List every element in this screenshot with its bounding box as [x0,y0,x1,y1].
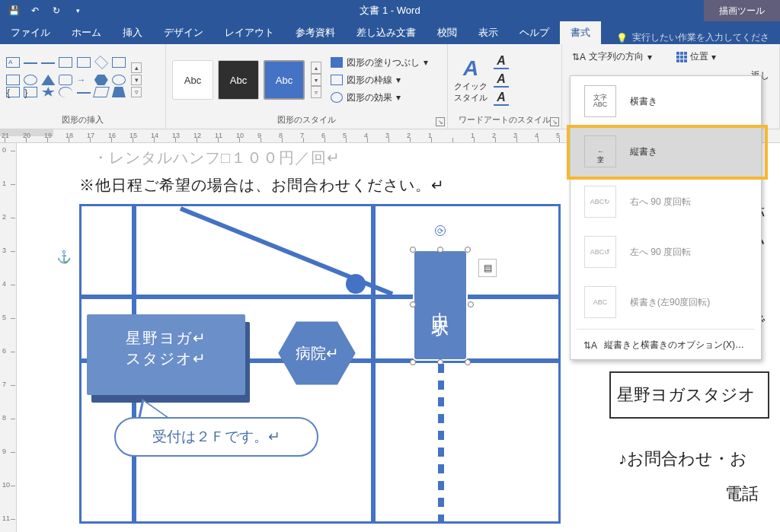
tel-text: 電話 [725,483,759,505]
shape-tri-icon[interactable] [41,75,55,85]
circle-marker-shape[interactable] [346,274,366,294]
body-text-line2: ※他日程ご希望の場合は、お問合わせください。↵ [79,175,445,196]
shapes-scroll[interactable]: ▴ ▾ ▿ [131,62,142,97]
text-box-studio-name[interactable]: 星野ヨガスタジオ [609,371,769,419]
shape-outline-button[interactable]: 図形の枠線 ▾ [331,74,428,87]
shape-parallelogram-icon[interactable] [93,87,110,97]
selection-handle[interactable] [465,247,471,253]
style-thumb-2[interactable]: Abc [218,60,259,100]
redo-icon[interactable]: ↻ [47,2,66,19]
tell-me-box[interactable]: 実行したい作業を入力してくださ [609,31,777,44]
gallery-more-icon[interactable]: ▿ [311,86,321,98]
tab-review[interactable]: 校閲 [427,21,468,44]
shapes-gallery[interactable]: A { } [6,57,128,103]
rot-left-icon: ABC↺ [584,236,616,268]
tab-layout[interactable]: レイアウト [214,21,285,44]
dashed-road-shape[interactable] [438,364,444,524]
selection-handle[interactable] [410,301,416,307]
menu-item-options[interactable]: ⇅A 縦書きと横書きのオプション(X)… [571,331,761,359]
shape-donut-icon[interactable] [112,75,126,85]
bulb-icon [616,33,628,43]
shape-ellipse-icon[interactable] [24,75,37,85]
shape-callout-icon[interactable] [112,57,126,68]
wordart-a-icon: A [463,56,478,81]
menu-separator [577,329,755,330]
text-outline-icon[interactable]: A [494,72,509,88]
style-gallery-scroll[interactable]: ▴ ▾ ▿ [311,62,321,98]
menu-item-vertical[interactable]: 文字↓ 縦書き [571,126,761,177]
text-direction-button[interactable]: ⇅A 文字列の方向 ▾ [568,49,657,65]
quick-access-toolbar: 💾 ↶ ↻ ▾ [0,2,91,19]
rotate-handle-icon[interactable]: ⟳ [435,225,446,236]
menu-item-rotate-right[interactable]: ABC↻ 右へ 90 度回転 [571,177,761,227]
shape-style-gallery[interactable]: Abc Abc Abc ▴ ▾ ▿ [172,60,321,100]
shape-hex-icon[interactable] [94,75,108,85]
tab-help[interactable]: ヘルプ [509,21,560,44]
style-thumb-1[interactable]: Abc [172,60,213,100]
shape-rrect-icon[interactable] [59,75,72,85]
vertical-ruler[interactable]: 01234567891011 [0,143,17,532]
shape-star-icon[interactable] [41,87,55,97]
tab-view[interactable]: 表示 [468,21,509,44]
group-insert-shapes: A { } [0,44,166,129]
layout-options-icon[interactable]: ▤ [478,259,497,277]
selection-handle[interactable] [468,301,474,307]
qat-more-icon[interactable]: ▾ [69,2,87,19]
tab-mailings[interactable]: 差し込み文書 [346,21,427,44]
gallery-up-icon[interactable]: ▴ [311,62,321,74]
callout-shape[interactable]: 受付は２Ｆです。↵ [114,417,318,457]
gallery-more-icon[interactable]: ▿ [131,87,142,97]
tab-file[interactable]: ファイル [0,21,61,44]
shape-curve-icon[interactable] [77,92,91,103]
shape-brace2-icon[interactable]: } [24,87,37,97]
anchor-icon: ⚓ [56,250,72,264]
studio-shape[interactable]: 星野ヨガ↵ スタジオ↵ [87,314,245,395]
tab-home[interactable]: ホーム [61,21,112,44]
effects-icon [331,92,343,103]
selection-handle[interactable] [410,247,416,253]
tab-design[interactable]: デザイン [153,21,214,44]
gallery-down-icon[interactable]: ▾ [311,74,321,86]
shape-arc-icon[interactable] [59,87,72,97]
shape-l-connector-icon[interactable] [59,57,72,68]
fill-icon [331,57,343,68]
style-thumb-3[interactable]: Abc [264,60,305,100]
shape-arrow-icon[interactable] [77,75,91,85]
selection-handle[interactable] [410,359,416,365]
shape-line2-icon[interactable] [41,62,55,73]
quick-styles-button[interactable]: A クイック スタイル [454,56,488,104]
selection-handle[interactable] [437,247,443,253]
station-shape-selected[interactable]: 中央駅 [413,250,468,361]
menu-item-rotate-left[interactable]: ABC↺ 左へ 90 度回転 [571,227,761,277]
shape-rect-icon[interactable] [6,75,20,85]
group-label-styles: 図形のスタイル [172,113,441,127]
gallery-up-icon[interactable]: ▴ [131,62,142,73]
dialog-launcher-icon[interactable]: ↘ [550,117,559,126]
road-vertical-2 [371,206,376,521]
shape-effects-button[interactable]: 図形の効果 ▾ [331,91,428,104]
shape-brace-icon[interactable]: { [6,87,20,97]
tell-me-label: 実行したい作業を入力してくださ [632,31,769,44]
gallery-down-icon[interactable]: ▾ [131,75,142,85]
undo-icon[interactable]: ↶ [26,2,44,19]
shape-fill-button[interactable]: 図形の塗りつぶし ▾ [331,56,428,69]
save-icon[interactable]: 💾 [5,2,23,19]
body-text-line1: ・レンタルハンフ□１００円／回↵ [93,148,340,168]
tab-references[interactable]: 参考資料 [285,21,346,44]
shape-textbox-icon[interactable]: A [6,57,20,68]
shape-trapezoid-icon[interactable] [112,87,126,97]
title-bar: 💾 ↶ ↻ ▾ 文書 1 - Word 描画ツール [0,0,780,21]
shape-line-icon[interactable] [24,62,37,73]
dialog-launcher-icon[interactable]: ↘ [436,117,445,126]
tab-format[interactable]: 書式 [560,21,601,44]
position-button[interactable]: 位置 ▾ [672,49,721,65]
text-effects-icon[interactable]: A [494,91,509,106]
text-fill-icon[interactable]: A [494,54,509,69]
menu-item-horizontal-rotl[interactable]: ABC 横書き(左90度回転) [571,277,761,327]
menu-item-horizontal[interactable]: 文字 ABC 横書き [571,76,761,126]
selection-handle[interactable] [465,359,471,365]
tab-insert[interactable]: 挿入 [112,21,153,44]
shape-diamond-icon[interactable] [94,56,108,69]
vertical-icon: 文字↓ [584,135,616,167]
shape-connector2-icon[interactable] [77,57,91,68]
